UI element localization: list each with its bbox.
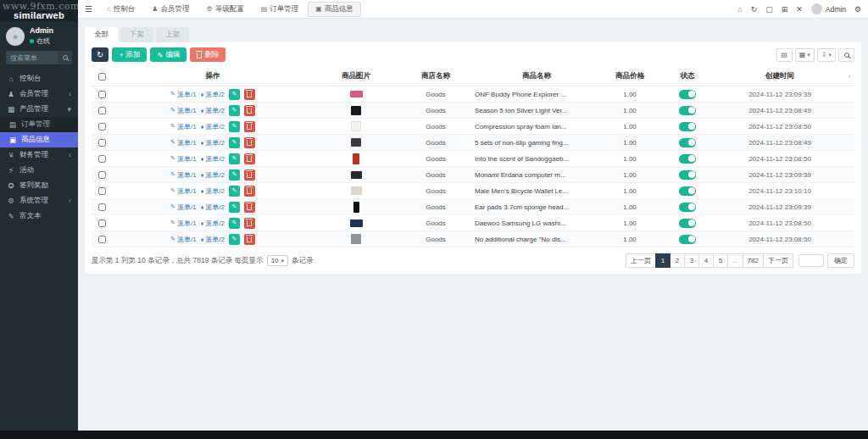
row-edit-button[interactable]: ✎ (229, 218, 240, 229)
add-button[interactable]: + 添加 (112, 47, 147, 62)
row-checkbox[interactable] (98, 155, 106, 163)
user-menu[interactable]: Admin (811, 3, 846, 14)
row-checkbox[interactable] (98, 171, 106, 179)
sidebar-menu-item[interactable]: ¥ 财务管理 ‹ (0, 147, 78, 163)
action-link-2[interactable]: ♦派单/2 (201, 154, 225, 164)
export-button[interactable]: ⇩▾ (817, 48, 836, 62)
row-edit-button[interactable]: ✎ (229, 153, 240, 164)
page-button[interactable]: ... (727, 253, 743, 268)
topnav-tab[interactable]: ♟ 会员管理 (144, 2, 197, 17)
status-toggle[interactable] (679, 138, 696, 147)
row-edit-button[interactable]: ✎ (229, 121, 240, 132)
row-delete-button[interactable] (244, 137, 255, 148)
action-link-1[interactable]: ✎派单/1 (170, 154, 197, 164)
page-button[interactable]: 1 (655, 253, 670, 268)
status-toggle[interactable] (679, 170, 696, 180)
page-size-select[interactable]: 10 ▾ (267, 255, 288, 266)
columns-button[interactable]: ▦▾ (795, 48, 815, 62)
sidebar-menu-item[interactable]: ✪ 签到奖励 (0, 178, 78, 193)
row-edit-button[interactable]: ✎ (229, 105, 240, 116)
sidebar-menu-item[interactable]: ▣ 商品信息 (0, 132, 78, 147)
row-edit-button[interactable]: ✎ (229, 89, 240, 100)
page-button[interactable]: 下一页 (763, 253, 793, 268)
row-edit-button[interactable]: ✎ (229, 186, 240, 197)
row-checkbox[interactable] (98, 107, 106, 114)
action-link-2[interactable]: ♦派单/2 (201, 186, 225, 196)
action-link-1[interactable]: ✎派单/1 (170, 203, 197, 212)
sidebar-menu-item[interactable]: ⌂ 控制台 (0, 71, 78, 86)
delete-button[interactable]: 删除 (190, 47, 225, 62)
status-toggle[interactable] (679, 186, 696, 196)
row-checkbox[interactable] (98, 91, 106, 98)
sidebar-menu-item[interactable]: ▤ 订单管理 (0, 117, 78, 132)
row-edit-button[interactable]: ✎ (229, 234, 240, 245)
status-toggle[interactable] (679, 219, 696, 228)
sidebar-menu-item[interactable]: ⚡ 活动 (0, 163, 78, 178)
page-button[interactable]: 4 (698, 253, 714, 268)
action-link-1[interactable]: ✎派单/1 (170, 138, 197, 147)
action-link-1[interactable]: ✎派单/1 (170, 186, 197, 196)
windows-icon[interactable]: ⊞ (782, 5, 788, 14)
home-icon[interactable]: ⌂ (737, 5, 742, 14)
gear-icon[interactable]: ⚙ (854, 5, 861, 14)
topnav-tab[interactable]: ⌂ 控制台 (99, 2, 142, 17)
row-delete-button[interactable] (244, 153, 255, 164)
action-link-1[interactable]: ✎派单/1 (170, 106, 197, 115)
sidebar-menu-item[interactable]: ✎ 富文本 (0, 208, 78, 224)
action-link-2[interactable]: ♦派单/2 (201, 219, 225, 228)
row-delete-button[interactable] (244, 234, 255, 245)
row-delete-button[interactable] (244, 186, 255, 197)
row-delete-button[interactable] (244, 169, 255, 181)
search-button[interactable] (838, 48, 854, 62)
row-edit-button[interactable]: ✎ (229, 137, 240, 148)
status-toggle[interactable] (679, 235, 696, 244)
fullscreen-icon[interactable]: ✕ (796, 5, 803, 14)
row-checkbox[interactable] (98, 123, 106, 131)
refresh-button[interactable]: ↻ (92, 47, 108, 62)
detail-view-button[interactable]: ▤ (776, 48, 793, 62)
row-checkbox[interactable] (98, 203, 106, 211)
topnav-tab[interactable]: ▣ 商品信息 (308, 2, 361, 17)
scroll-right-icon[interactable]: › (844, 67, 854, 86)
action-link-1[interactable]: ✎派单/1 (170, 122, 197, 131)
sidebar-menu-item[interactable]: ♟ 会员管理 ‹ (0, 86, 78, 102)
page-jump-confirm-button[interactable]: 确定 (827, 253, 854, 268)
row-edit-button[interactable]: ✎ (229, 202, 240, 213)
row-checkbox[interactable] (98, 187, 106, 195)
page-button[interactable]: 2 (670, 253, 685, 268)
refresh-icon[interactable]: ↻ (751, 5, 758, 14)
action-link-2[interactable]: ♦派单/2 (201, 170, 225, 180)
filter-tab[interactable]: 下架 (120, 27, 153, 42)
filter-tab[interactable]: 全部 (85, 27, 118, 42)
action-link-1[interactable]: ✎派单/1 (170, 170, 197, 180)
topnav-tab[interactable]: ⚙ 等级配置 (198, 2, 251, 17)
row-delete-button[interactable] (244, 89, 255, 100)
status-toggle[interactable] (679, 90, 696, 99)
action-link-2[interactable]: ♦派单/2 (201, 203, 225, 212)
status-toggle[interactable] (679, 106, 696, 115)
row-edit-button[interactable]: ✎ (229, 169, 240, 181)
page-button[interactable]: 上一页 (626, 253, 656, 268)
menu-search-input[interactable] (6, 51, 58, 64)
row-checkbox[interactable] (98, 220, 106, 227)
page-jump-input[interactable] (798, 254, 824, 267)
row-checkbox[interactable] (98, 139, 106, 147)
action-link-2[interactable]: ♦派单/2 (201, 235, 225, 244)
action-link-1[interactable]: ✎派单/1 (170, 235, 197, 244)
action-link-2[interactable]: ♦派单/2 (201, 138, 225, 147)
hamburger-icon[interactable]: ☰ (85, 4, 92, 14)
filter-tab[interactable]: 上架 (156, 27, 189, 42)
sidebar-menu-item[interactable]: ▦ 产品管理 ▾ (0, 102, 78, 117)
sidebar-menu-item[interactable]: ⚙ 系统管理 ‹ (0, 193, 78, 208)
topnav-tab[interactable]: ▤ 订单管理 (253, 2, 307, 17)
action-link-2[interactable]: ♦派单/2 (201, 106, 225, 115)
edit-button[interactable]: ✎ 编辑 (150, 47, 186, 62)
row-delete-button[interactable] (244, 202, 255, 213)
status-toggle[interactable] (679, 154, 696, 164)
row-delete-button[interactable] (244, 218, 255, 229)
menu-search-button[interactable] (58, 51, 72, 64)
row-delete-button[interactable] (244, 121, 255, 132)
action-link-2[interactable]: ♦派单/2 (201, 90, 225, 99)
row-checkbox[interactable] (98, 236, 106, 243)
row-delete-button[interactable] (244, 105, 255, 116)
